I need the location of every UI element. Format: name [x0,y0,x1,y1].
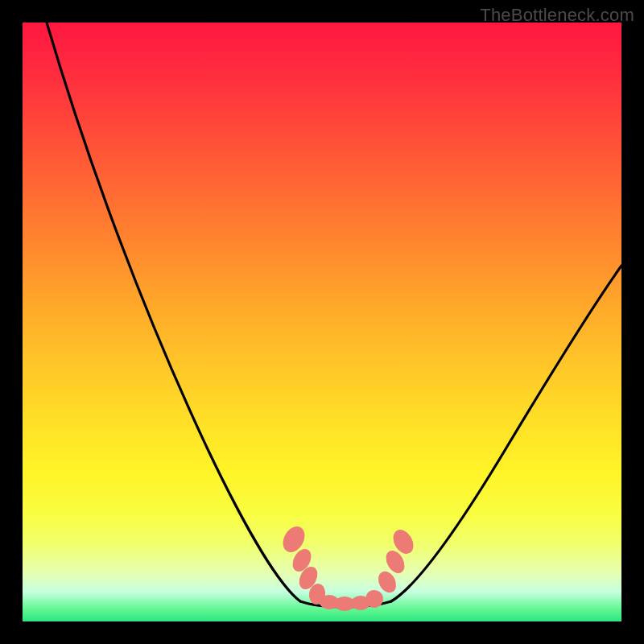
watermark-text: TheBottleneck.com [480,5,634,26]
bottleneck-curve [23,23,621,621]
plot-area [23,23,621,621]
chart-frame: TheBottleneck.com [0,0,644,644]
curve-right-arm [391,266,621,601]
curve-left-arm [47,23,300,601]
